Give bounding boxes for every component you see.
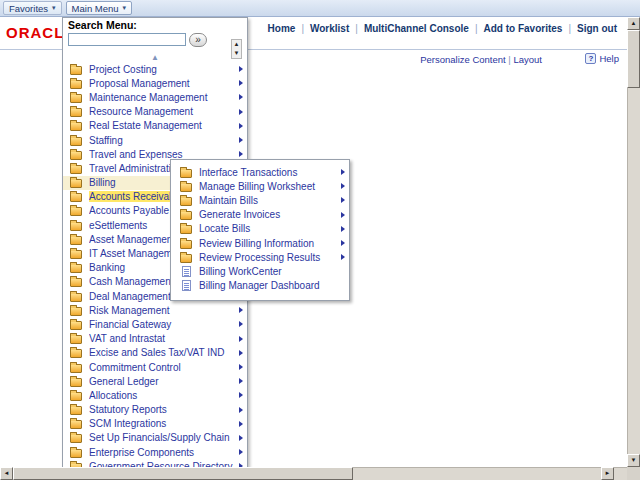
folder-icon — [180, 183, 192, 192]
menu-item-label: VAT and Intrastat — [89, 333, 239, 344]
page-icon — [182, 266, 191, 277]
menu-scroll-spinner: ▲ ▼ — [231, 39, 242, 59]
menu-item-label: Project Costing — [89, 64, 239, 75]
vertical-scrollbar[interactable]: ▲ ▼ — [627, 17, 640, 467]
layout-link[interactable]: Layout — [513, 54, 542, 65]
horizontal-scrollbar-thumb[interactable] — [13, 467, 353, 480]
menu-search-input[interactable] — [68, 33, 186, 46]
menu-item-label: Risk Management — [89, 305, 239, 316]
chevron-down-icon: ▾ — [52, 4, 56, 12]
favorites-menu-label: Favorites — [9, 3, 48, 14]
menu-item[interactable]: Maintenance Management — [63, 90, 247, 104]
submenu-item-label: Generate Invoices — [199, 209, 341, 220]
folder-icon — [70, 278, 82, 287]
sign-out-link[interactable]: Sign out — [577, 23, 617, 34]
personalize-separator: | — [508, 54, 510, 65]
main-menu-button[interactable]: Main Menu ▾ — [66, 1, 133, 15]
submenu-item[interactable]: Generate Invoices — [171, 208, 349, 222]
folder-icon — [70, 179, 82, 188]
expand-arrow-icon — [341, 254, 345, 260]
folder-icon — [70, 108, 82, 117]
menu-scroll-up-icon[interactable]: ▲ — [63, 54, 247, 62]
help-icon: ? — [585, 53, 596, 64]
favorites-menu-button[interactable]: Favorites ▾ — [3, 1, 62, 15]
submenu-item-label: Interface Transactions — [199, 167, 341, 178]
scrollbar-left-icon[interactable]: ◄ — [0, 467, 13, 480]
nav-worklist-link[interactable]: Worklist — [310, 23, 349, 34]
menu-item-label: Proposal Management — [89, 78, 239, 89]
folder-icon — [180, 254, 192, 263]
search-menu-label: Search Menu: — [68, 20, 247, 31]
submenu-item[interactable]: Review Billing Information — [171, 236, 349, 250]
folder-icon — [70, 264, 82, 273]
folder-icon — [70, 392, 82, 401]
search-go-button[interactable]: » — [189, 33, 207, 47]
menu-item[interactable]: Project Costing — [63, 62, 247, 76]
submenu-item[interactable]: Maintain Bills — [171, 193, 349, 207]
folder-icon — [70, 66, 82, 75]
vertical-scrollbar-thumb[interactable] — [627, 30, 640, 88]
menu-item[interactable]: VAT and Intrastat — [63, 332, 247, 346]
menu-item-label: Financial Gateway — [89, 319, 239, 330]
nav-separator: | — [568, 23, 571, 34]
folder-icon — [180, 197, 192, 206]
expand-arrow-icon — [341, 169, 345, 175]
menu-item[interactable]: Allocations — [63, 388, 247, 402]
submenu-item[interactable]: Locate Bills — [171, 222, 349, 236]
top-nav: Home | Worklist | MultiChannel Console |… — [268, 23, 617, 34]
expand-arrow-icon — [341, 212, 345, 218]
menu-item[interactable]: Staffing — [63, 133, 247, 147]
menu-item-label: SCM Integrations — [89, 418, 239, 429]
submenu-item-label: Maintain Bills — [199, 195, 341, 206]
scrollbar-up-icon[interactable]: ▲ — [627, 17, 640, 30]
personalize-content-link[interactable]: Personalize Content — [420, 54, 506, 65]
folder-icon — [70, 122, 82, 131]
menu-item[interactable]: Excise and Sales Tax/VAT IND — [63, 346, 247, 360]
nav-home-link[interactable]: Home — [268, 23, 296, 34]
expand-arrow-icon — [239, 307, 243, 313]
menu-item[interactable]: General Ledger — [63, 374, 247, 388]
menu-item[interactable]: Enterprise Components — [63, 445, 247, 459]
nav-multichannel-console-link[interactable]: MultiChannel Console — [364, 23, 469, 34]
menu-item[interactable]: SCM Integrations — [63, 417, 247, 431]
scrollbar-corner — [627, 467, 640, 480]
menu-item-label: Set Up Financials/Supply Chain — [89, 432, 239, 443]
help-link[interactable]: ? Help — [585, 53, 619, 64]
submenu-item[interactable]: Manage Billing Worksheet — [171, 179, 349, 193]
submenu-item[interactable]: Review Processing Results — [171, 250, 349, 264]
submenu-item-billing-workcenter[interactable]: Billing WorkCenter — [171, 264, 349, 278]
folder-icon — [70, 193, 82, 202]
menu-item[interactable]: Real Estate Management — [63, 119, 247, 133]
expand-arrow-icon — [239, 137, 243, 143]
menu-item[interactable]: Resource Management — [63, 105, 247, 119]
spinner-up-icon[interactable]: ▲ — [232, 40, 241, 49]
expand-arrow-icon — [341, 197, 345, 203]
folder-icon — [180, 169, 192, 178]
submenu-item-billing-manager-dashboard[interactable]: Billing Manager Dashboard — [171, 279, 349, 293]
menu-item[interactable]: Set Up Financials/Supply Chain — [63, 431, 247, 445]
expand-arrow-icon — [239, 449, 243, 455]
folder-icon — [70, 420, 82, 429]
menu-item-label: Real Estate Management — [89, 120, 239, 131]
chevron-down-icon: ▾ — [123, 4, 127, 12]
nav-add-to-favorites-link[interactable]: Add to Favorites — [483, 23, 562, 34]
expand-arrow-icon — [239, 321, 243, 327]
scrollbar-down-icon[interactable]: ▼ — [627, 454, 640, 467]
expand-arrow-icon — [239, 421, 243, 427]
expand-arrow-icon — [239, 336, 243, 342]
expand-arrow-icon — [239, 435, 243, 441]
submenu-item[interactable]: Interface Transactions — [171, 165, 349, 179]
spinner-down-icon[interactable]: ▼ — [232, 49, 241, 58]
menu-item[interactable]: Statutory Reports — [63, 403, 247, 417]
horizontal-scrollbar[interactable]: ◄ ► — [0, 467, 627, 480]
folder-icon — [180, 240, 192, 249]
menu-item[interactable]: Proposal Management — [63, 76, 247, 90]
expand-arrow-icon — [341, 226, 345, 232]
top-menubar: Favorites ▾ Main Menu ▾ — [0, 0, 640, 17]
menu-item[interactable]: Commitment Control — [63, 360, 247, 374]
nav-separator: | — [355, 23, 358, 34]
menu-item[interactable]: Financial Gateway — [63, 317, 247, 331]
scrollbar-right-icon[interactable]: ► — [601, 467, 614, 480]
main-menu-label: Main Menu — [72, 3, 119, 14]
menu-item[interactable]: Risk Management — [63, 303, 247, 317]
